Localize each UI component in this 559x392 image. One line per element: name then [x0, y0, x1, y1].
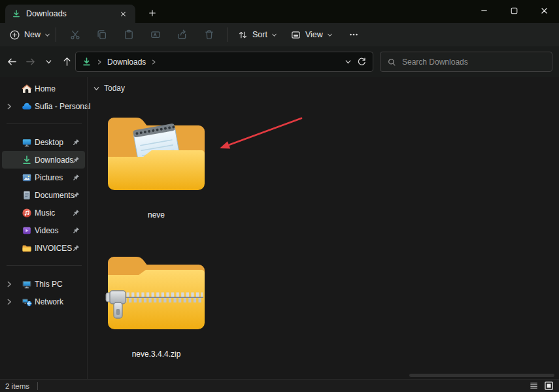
- sidebar-item-invoices[interactable]: INVOICES: [2, 239, 85, 257]
- chevron-down-icon: [45, 58, 52, 65]
- file-list-pane: Today neve neve.3.4.4.zip: [88, 77, 559, 379]
- sidebar-item-network[interactable]: Network: [2, 293, 85, 310]
- rename-button[interactable]: [142, 24, 169, 45]
- delete-button[interactable]: [195, 24, 222, 45]
- sidebar-item-pictures[interactable]: Pictures: [2, 169, 85, 186]
- details-view-button[interactable]: [529, 381, 539, 391]
- search-input[interactable]: Search Downloads: [380, 52, 552, 72]
- view-toggles: [529, 381, 554, 391]
- maximize-icon: [510, 7, 518, 15]
- refresh-icon[interactable]: [356, 57, 367, 67]
- new-button-label: New: [24, 30, 41, 39]
- home-icon: [22, 84, 32, 94]
- sidebar-item-label: Pictures: [35, 173, 63, 182]
- chevron-right-icon[interactable]: [5, 298, 13, 306]
- navigation-sidebar: Home Sufia - Personal Desktop Downloads …: [0, 77, 87, 379]
- documents-icon: [22, 190, 32, 201]
- pin-icon: [73, 227, 80, 234]
- search-icon: [387, 57, 396, 67]
- file-item-neve-folder[interactable]: neve: [94, 111, 218, 220]
- sort-button[interactable]: Sort: [237, 29, 277, 41]
- sidebar-item-label: Downloads: [35, 155, 73, 165]
- chevron-right-icon: [150, 59, 157, 65]
- pin-icon: [73, 156, 80, 163]
- view-button[interactable]: View: [290, 29, 333, 41]
- folder-icon: [22, 243, 32, 253]
- chevron-down-icon: [44, 32, 50, 38]
- sort-button-label: Sort: [252, 30, 267, 39]
- more-options-button[interactable]: [341, 24, 367, 45]
- recent-locations-button[interactable]: [41, 52, 56, 71]
- sidebar-separator: [7, 123, 82, 124]
- paste-icon: [123, 29, 135, 41]
- forward-button[interactable]: [22, 52, 38, 71]
- sidebar-item-label: Desktop: [35, 138, 63, 147]
- up-button[interactable]: [59, 52, 75, 71]
- network-icon: [22, 297, 32, 307]
- pin-icon: [73, 174, 80, 181]
- toolbar-separator: [228, 27, 228, 42]
- this-pc-icon: [22, 279, 32, 289]
- trash-icon: [203, 29, 215, 41]
- folder-with-notepad-icon: [105, 111, 208, 193]
- tab-close-button[interactable]: [117, 8, 129, 20]
- close-window-button[interactable]: [529, 0, 559, 22]
- sidebar-item-this-pc[interactable]: This PC: [2, 275, 85, 293]
- address-bar-row: Downloads Search Downloads: [0, 46, 559, 77]
- sidebar-item-downloads[interactable]: Downloads: [2, 151, 85, 169]
- up-arrow-icon: [61, 56, 73, 67]
- new-button[interactable]: New: [9, 29, 50, 41]
- maximize-button[interactable]: [499, 0, 529, 22]
- chevron-down-icon: [271, 32, 277, 38]
- zip-folder-icon: [105, 250, 208, 333]
- sidebar-item-videos[interactable]: Videos: [2, 221, 85, 239]
- sidebar-item-label: Music: [35, 208, 55, 218]
- sidebar-item-label: Home: [35, 84, 56, 93]
- file-name: neve.3.4.4.zip: [94, 350, 218, 359]
- breadcrumb[interactable]: Downloads: [107, 57, 146, 67]
- new-tab-button[interactable]: [144, 6, 160, 20]
- copy-button[interactable]: [88, 24, 115, 45]
- title-bar: Downloads: [0, 0, 559, 23]
- back-button[interactable]: [4, 52, 20, 71]
- pictures-icon: [22, 172, 32, 183]
- window-controls: [469, 0, 559, 22]
- minimize-button[interactable]: [469, 0, 499, 22]
- sidebar-item-label: INVOICES: [35, 244, 72, 253]
- sidebar-separator: [7, 265, 82, 266]
- large-icons-view-button[interactable]: [544, 381, 554, 391]
- close-icon: [540, 7, 549, 15]
- view-layout-icon: [290, 29, 301, 41]
- cut-button[interactable]: [61, 24, 88, 45]
- pin-icon: [73, 191, 80, 199]
- group-header-today[interactable]: Today: [93, 84, 125, 93]
- rename-icon: [150, 29, 161, 41]
- horizontal-scrollbar[interactable]: [409, 374, 554, 377]
- navigation-buttons: [4, 52, 75, 71]
- videos-icon: [22, 225, 32, 236]
- sidebar-item-label: Documents: [35, 191, 75, 200]
- cut-icon: [69, 29, 81, 41]
- file-name: neve: [94, 210, 218, 220]
- sidebar-item-onedrive[interactable]: Sufia - Personal: [2, 97, 85, 115]
- tab-label: Downloads: [26, 9, 67, 18]
- sidebar-item-music[interactable]: Music: [2, 204, 85, 221]
- downloads-icon: [82, 57, 92, 67]
- chevron-right-icon: [96, 59, 103, 65]
- address-dropdown-chevron-icon[interactable]: [345, 58, 352, 65]
- chevron-right-icon[interactable]: [5, 280, 13, 288]
- sidebar-item-label: Videos: [35, 226, 58, 235]
- tab-downloads[interactable]: Downloads: [5, 5, 135, 23]
- sidebar-item-documents[interactable]: Documents: [2, 186, 85, 204]
- search-placeholder: Search Downloads: [402, 57, 468, 67]
- chevron-right-icon[interactable]: [5, 103, 13, 110]
- paste-button[interactable]: [115, 24, 142, 45]
- address-bar[interactable]: Downloads: [75, 52, 373, 72]
- music-icon: [22, 208, 32, 218]
- forward-arrow-icon: [25, 56, 36, 67]
- share-button[interactable]: [169, 24, 195, 45]
- sidebar-item-home[interactable]: Home: [2, 80, 85, 97]
- group-label: Today: [104, 84, 125, 93]
- sidebar-item-desktop[interactable]: Desktop: [2, 133, 85, 151]
- file-item-neve-zip[interactable]: neve.3.4.4.zip: [94, 250, 218, 359]
